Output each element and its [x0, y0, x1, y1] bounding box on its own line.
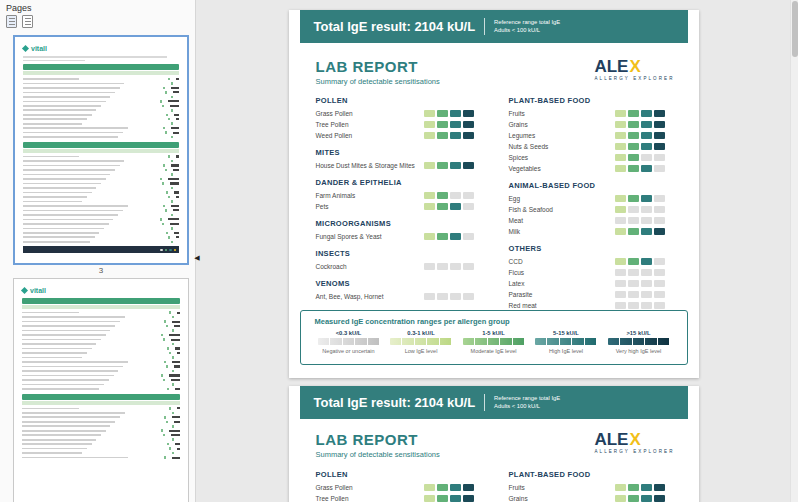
thumb-subheader-bar — [23, 71, 179, 75]
level-squares — [422, 162, 474, 169]
level-square-neg — [450, 192, 461, 199]
level-square-neg — [437, 293, 448, 300]
thumb-mini-row — [22, 347, 180, 350]
thumb-mini-row — [22, 416, 180, 419]
level-square-neg — [615, 302, 626, 309]
level-square-neg — [615, 217, 626, 224]
allergen-label: Milk — [509, 228, 521, 235]
level-square-mod — [437, 203, 448, 210]
allergen-section-title: ANIMAL-BASED FOOD — [509, 181, 665, 190]
allergen-section-title: VENOMS — [316, 279, 474, 288]
thumb-subheader-bar — [23, 149, 179, 153]
document-viewer[interactable]: Total IgE result: 2104 kU/L Reference ra… — [197, 0, 790, 502]
level-square-high — [450, 162, 461, 169]
allergen-row: Nuts & Seeds — [509, 141, 665, 152]
thumb-mini-row — [22, 320, 180, 323]
level-square-high — [641, 228, 652, 235]
main-scrollbar[interactable] — [790, 0, 798, 502]
thumb-mini-row — [22, 333, 180, 336]
thumb-mini-row — [23, 164, 179, 167]
outline-view-icon[interactable] — [22, 15, 33, 28]
allergen-row: Parasite — [509, 289, 665, 300]
thumb-mini-row — [23, 191, 179, 194]
legend-gradient-bar-neg — [318, 338, 380, 345]
level-square-vhigh — [463, 484, 474, 491]
allergen-row: CCD — [509, 256, 665, 267]
thumb-mini-row — [22, 429, 180, 432]
allergen-section: POLLENGrass PollenTree PollenWeed Pollen — [316, 96, 474, 141]
thumb-mini-row — [23, 135, 179, 138]
thumb-intro-line — [23, 60, 85, 62]
level-squares — [613, 121, 665, 128]
page-thumbnail-4[interactable]: vitall — [13, 278, 189, 502]
allergen-section-title: PLANT-BASED FOOD — [509, 96, 665, 105]
scrollbar-thumb[interactable] — [792, 1, 798, 57]
allergen-label: Grains — [509, 121, 528, 128]
thumb-mini-row — [23, 91, 179, 94]
thumb-mini-row — [23, 213, 179, 216]
allergen-section-title: DANDER & EPITHELIA — [316, 178, 474, 187]
level-squares — [613, 143, 665, 150]
alex-logo: ALEX ALLERGY EXPLORER — [594, 431, 674, 454]
level-square-low — [615, 154, 626, 161]
allergen-row: House Dust Mites & Storage Mites — [316, 160, 474, 171]
level-square-mod — [628, 132, 639, 139]
allergen-section: INSECTSCockroach — [316, 249, 474, 272]
thumb-mini-row — [22, 447, 180, 450]
level-square-low — [424, 203, 435, 210]
level-squares — [613, 195, 665, 202]
reference-range: Reference range total IgE Adults < 100 k… — [494, 19, 560, 35]
level-square-neg — [641, 154, 652, 161]
allergen-section-title: POLLEN — [316, 96, 474, 105]
legend-item-neg: <0.3 kU/LNegative or uncertain — [313, 330, 385, 354]
thumb-mini-row — [22, 360, 180, 363]
allergen-label: Fruits — [509, 110, 525, 117]
level-square-neg — [615, 291, 626, 298]
allergen-label: Grass Pollen — [316, 110, 353, 117]
thumb-mini-row — [23, 122, 179, 125]
thumb-mini-row — [22, 324, 180, 327]
allergen-row: Ant, Bee, Wasp, Hornet — [316, 291, 474, 302]
lab-report-subtitle: Summary of detectable sensitisations — [316, 77, 440, 86]
level-square-neg — [654, 269, 665, 276]
thumb-footer-bar — [23, 246, 179, 253]
thumb-mini-row — [22, 315, 180, 318]
level-square-neg — [641, 302, 652, 309]
level-square-low — [615, 258, 626, 265]
level-square-mod — [437, 233, 448, 240]
level-squares — [613, 302, 665, 309]
thumb-mini-row — [23, 168, 179, 171]
allergen-row: Egg — [509, 193, 665, 204]
level-square-high — [641, 195, 652, 202]
allergen-section: POLLENGrass PollenTree PollenWeed Pollen — [316, 470, 474, 502]
legend-range-label: 1-5 kU/L — [458, 330, 530, 336]
thumb-mini-row — [22, 374, 180, 377]
level-squares — [422, 233, 474, 240]
level-square-neg — [628, 280, 639, 287]
allergen-row: Spices — [509, 152, 665, 163]
level-square-low — [424, 132, 435, 139]
level-square-low — [424, 110, 435, 117]
legend-item-mod: 1-5 kU/LModerate IgE level — [458, 330, 530, 354]
allergen-row: Grains — [509, 119, 665, 130]
legend-item-vhigh: >15 kU/LVery high IgE level — [603, 330, 675, 354]
banner-divider — [484, 394, 485, 411]
level-square-low — [424, 484, 435, 491]
level-square-vhigh — [463, 132, 474, 139]
level-square-neg — [424, 263, 435, 270]
level-square-high — [450, 203, 461, 210]
legend-level-label: High IgE level — [530, 348, 602, 354]
alex-logo-ale: ALE — [594, 57, 628, 76]
allergen-label: Ficus — [509, 269, 525, 276]
page-thumbnail-3[interactable]: vitall — [13, 35, 189, 265]
thumbnails-view-icon[interactable] — [6, 15, 17, 28]
allergen-label: Egg — [509, 195, 521, 202]
allergen-section: DANDER & EPITHELIAFarm AnimalsPets — [316, 178, 474, 212]
level-squares — [613, 269, 665, 276]
pages-sidebar: Pages vitall 3 — [0, 0, 196, 502]
level-square-high — [641, 165, 652, 172]
allergen-label: Tree Pollen — [316, 121, 349, 128]
thumb-mini-row — [23, 86, 179, 89]
sidebar-collapse-handle[interactable]: ◀ — [191, 248, 203, 268]
allergen-section-title: MITES — [316, 148, 474, 157]
